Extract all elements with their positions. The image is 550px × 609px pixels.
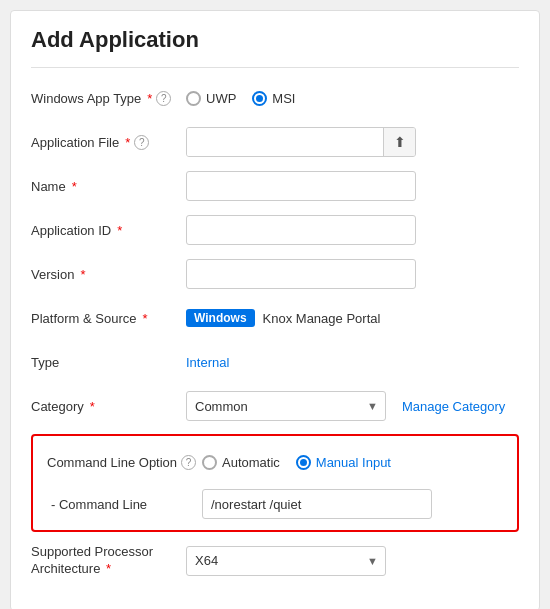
name-input[interactable] [186,171,416,201]
version-control [186,259,519,289]
page-title: Add Application [31,27,519,53]
file-upload-button[interactable]: ⬆ [383,128,415,156]
supported-processor-label: Supported Processor Architecture * [31,544,186,578]
required-marker: * [147,91,152,106]
command-line-help-icon[interactable]: ? [181,455,196,470]
command-line-sub-label: - Command Line [47,497,202,512]
automatic-radio-option[interactable]: Automatic [202,455,280,470]
required-marker: * [80,267,85,282]
supported-processor-row: Supported Processor Architecture * X64 X… [31,544,519,578]
manage-category-link[interactable]: Manage Category [402,399,505,414]
required-marker: * [117,223,122,238]
required-marker: * [143,311,148,326]
manual-input-label: Manual Input [316,455,391,470]
type-row: Type Internal [31,346,519,378]
type-label: Type [31,355,186,370]
version-row: Version * [31,258,519,290]
manual-input-radio-option[interactable]: Manual Input [296,455,391,470]
file-input-wrapper: ⬆ [186,127,416,157]
uwp-radio-circle [186,91,201,106]
version-label: Version * [31,267,186,282]
msi-radio-circle [252,91,267,106]
required-marker: * [106,561,111,576]
add-application-card: Add Application Windows App Type * ? UWP… [10,10,540,609]
command-line-control [202,489,503,519]
version-input[interactable] [186,259,416,289]
application-file-help-icon[interactable]: ? [134,135,149,150]
required-marker: * [90,399,95,414]
command-line-option-label: Command Line Option ? [47,455,202,470]
windows-app-type-help-icon[interactable]: ? [156,91,171,106]
supported-processor-control: X64 X86 ARM64 ▼ [186,546,519,576]
command-line-input[interactable] [202,489,432,519]
application-id-label: Application ID * [31,223,186,238]
manual-radio-circle [296,455,311,470]
platform-source-label: Platform & Source * [31,311,186,326]
type-control: Internal [186,355,519,370]
category-row: Category * Common Business Productivity … [31,390,519,422]
application-file-row: Application File * ? ⬆ [31,126,519,158]
required-marker: * [125,135,130,150]
command-line-radio-group: Automatic Manual Input [202,455,391,470]
name-control [186,171,519,201]
category-select[interactable]: Common Business Productivity Utilities [186,391,386,421]
application-id-row: Application ID * [31,214,519,246]
windows-app-type-row: Windows App Type * ? UWP MSI [31,82,519,114]
uwp-radio-option[interactable]: UWP [186,91,236,106]
command-line-row: - Command Line [47,488,503,520]
application-id-input[interactable] [186,215,416,245]
windows-badge: Windows [186,309,255,327]
platform-source-row: Platform & Source * Windows Knox Manage … [31,302,519,334]
platform-source-text: Knox Manage Portal [263,311,381,326]
automatic-label: Automatic [222,455,280,470]
command-line-option-control: Automatic Manual Input [202,455,503,470]
application-file-input[interactable] [187,128,383,156]
supported-processor-select[interactable]: X64 X86 ARM64 [186,546,386,576]
app-type-radio-group: UWP MSI [186,91,295,106]
supported-processor-select-wrapper: X64 X86 ARM64 ▼ [186,546,386,576]
name-row: Name * [31,170,519,202]
required-marker: * [72,179,77,194]
application-id-control [186,215,519,245]
uwp-label: UWP [206,91,236,106]
name-label: Name * [31,179,186,194]
automatic-radio-circle [202,455,217,470]
windows-app-type-label: Windows App Type * ? [31,91,186,106]
command-line-option-row: Command Line Option ? Automatic Manual I… [47,446,503,478]
category-control: Common Business Productivity Utilities ▼… [186,391,519,421]
platform-source-control: Windows Knox Manage Portal [186,309,519,327]
application-file-control: ⬆ [186,127,519,157]
windows-app-type-options: UWP MSI [186,91,519,106]
title-divider [31,67,519,68]
type-value: Internal [186,355,229,370]
msi-radio-option[interactable]: MSI [252,91,295,106]
msi-label: MSI [272,91,295,106]
category-select-wrapper: Common Business Productivity Utilities ▼ [186,391,386,421]
application-file-label: Application File * ? [31,135,186,150]
category-label: Category * [31,399,186,414]
command-line-section: Command Line Option ? Automatic Manual I… [31,434,519,532]
